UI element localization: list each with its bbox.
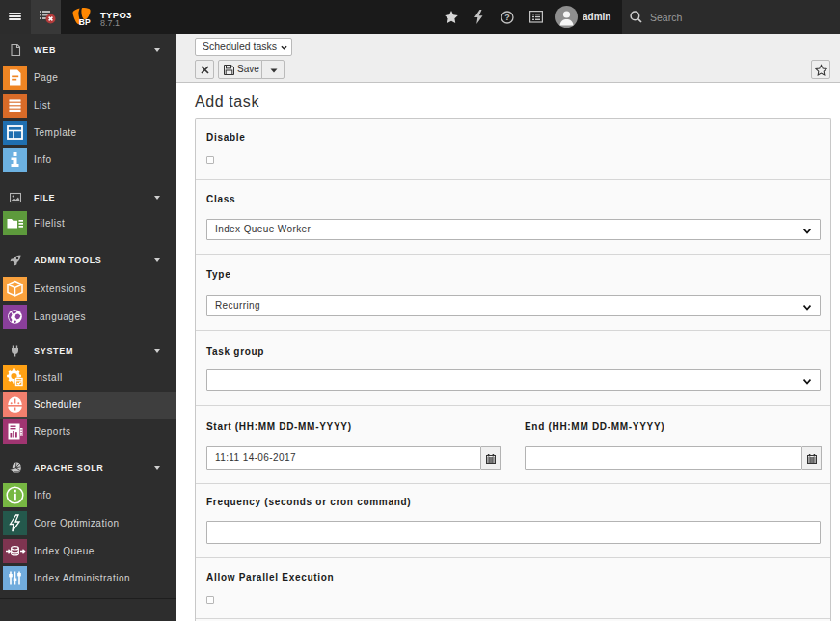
svg-text:BP: BP — [79, 17, 91, 26]
svg-text:?: ? — [504, 13, 510, 22]
